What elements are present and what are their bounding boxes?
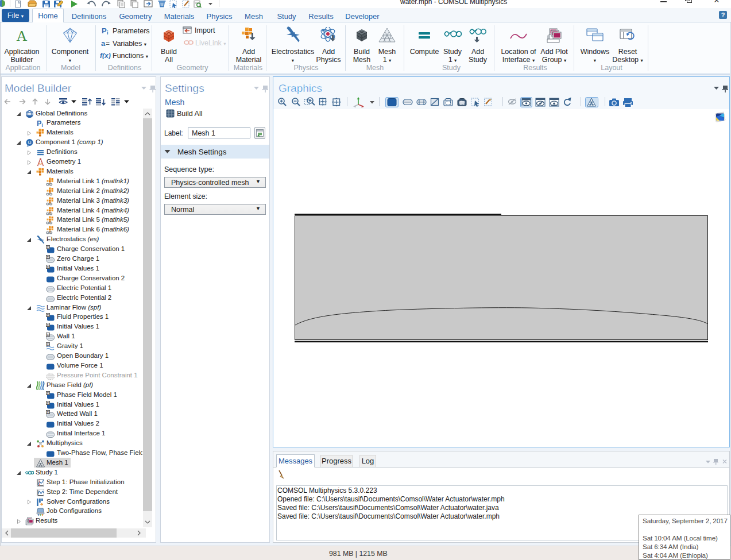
svg-text:D: D bbox=[47, 265, 50, 268]
svg-text:D: D bbox=[47, 411, 50, 414]
svg-text:D: D bbox=[47, 323, 50, 327]
svg-text:i: i bbox=[42, 122, 43, 128]
svg-text:a: a bbox=[101, 39, 106, 47]
svg-text:Model Builder: Model Builder bbox=[5, 82, 72, 94]
svg-text:Graphics: Graphics bbox=[279, 82, 322, 94]
svg-text:D: D bbox=[47, 246, 50, 249]
svg-text:Ω: Ω bbox=[28, 140, 32, 145]
svg-text:D: D bbox=[47, 401, 50, 404]
svg-text:A: A bbox=[17, 28, 28, 43]
svg-text:D: D bbox=[47, 256, 50, 259]
svg-text:i: i bbox=[107, 30, 109, 34]
svg-text:P: P bbox=[102, 26, 107, 34]
svg-text:D: D bbox=[47, 391, 50, 395]
svg-text:f(x): f(x) bbox=[100, 52, 111, 59]
svg-text:Settings: Settings bbox=[165, 82, 204, 94]
svg-text:D: D bbox=[47, 314, 50, 317]
svg-text:P: P bbox=[37, 119, 41, 128]
svg-text:D: D bbox=[47, 343, 50, 346]
svg-text:D: D bbox=[47, 333, 50, 337]
svg-text:=: = bbox=[106, 40, 110, 47]
